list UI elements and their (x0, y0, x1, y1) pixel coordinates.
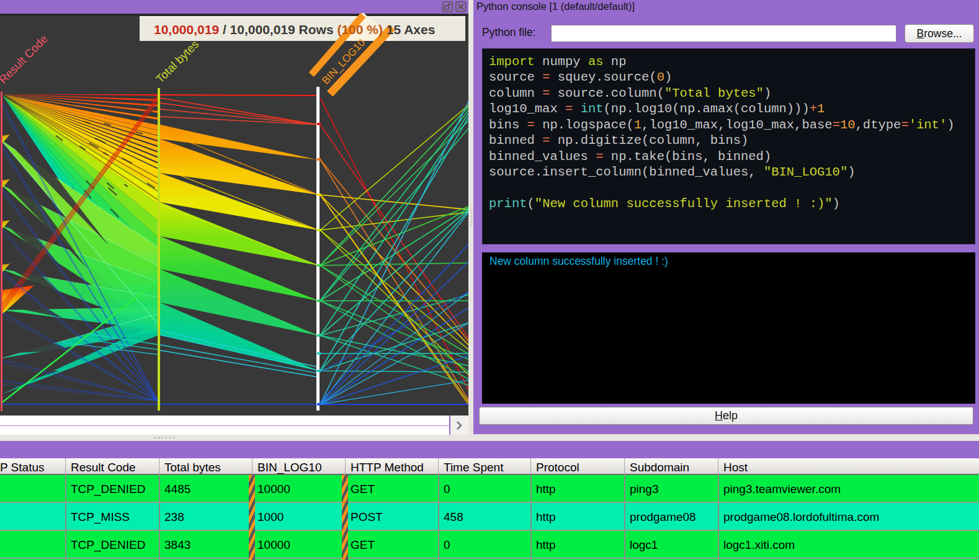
svg-text:10,000,019 / 10,000,019 Rows (: 10,000,019 / 10,000,019 Rows (100 %) 15 … (154, 22, 435, 37)
